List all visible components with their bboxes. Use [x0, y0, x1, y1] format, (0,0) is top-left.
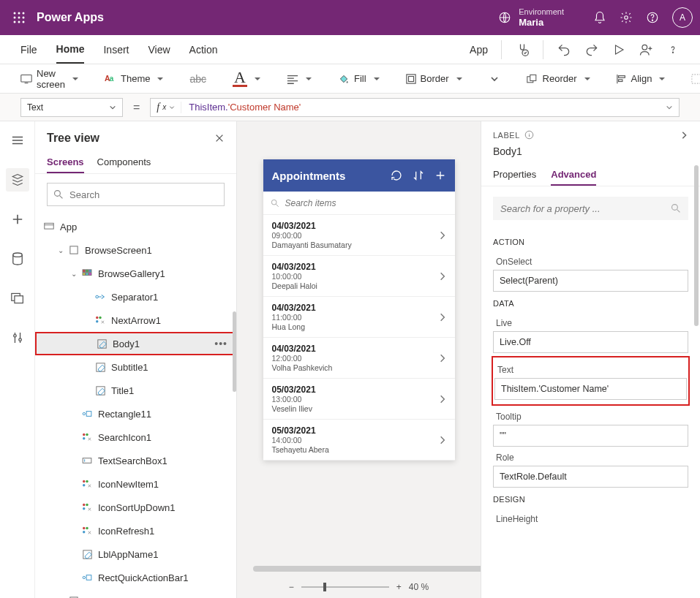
zoom-slider[interactable]: [301, 586, 389, 588]
environment-picker[interactable]: Environment Maria: [498, 7, 564, 29]
add-icon[interactable]: [434, 170, 446, 181]
menu-file[interactable]: File: [20, 37, 37, 63]
refresh-icon[interactable]: [391, 170, 402, 181]
rail-tree-view-icon[interactable]: [6, 168, 29, 192]
menu-home[interactable]: Home: [56, 36, 85, 64]
chevron-right-icon[interactable]: [439, 312, 446, 322]
chevron-right-icon[interactable]: [439, 353, 446, 363]
tree-item[interactable]: TextSearchBox1: [35, 449, 236, 472]
appointment-item[interactable]: 04/03/202111:00:00Hua Long: [263, 297, 455, 338]
help2-icon[interactable]: [666, 43, 680, 56]
property-search[interactable]: [493, 197, 688, 220]
gear-icon[interactable]: [620, 11, 633, 24]
fx-icon[interactable]: fx: [151, 102, 181, 113]
zoom-in-button[interactable]: +: [396, 582, 402, 592]
notifications-icon[interactable]: [593, 11, 606, 24]
tab-screens[interactable]: Screens: [47, 152, 84, 173]
strikethrough-button[interactable]: abc: [189, 73, 206, 85]
rail-media-icon[interactable]: [6, 287, 29, 310]
tab-properties[interactable]: Properties: [493, 164, 536, 186]
svg-point-56: [83, 504, 85, 506]
undo-icon[interactable]: [557, 42, 571, 57]
chevron-right-icon[interactable]: [439, 271, 446, 281]
menu-view[interactable]: View: [148, 37, 170, 63]
tree-item[interactable]: Separator1: [35, 285, 236, 309]
sort-icon[interactable]: [413, 170, 424, 181]
border-button[interactable]: Border: [406, 73, 462, 84]
tree-item-icon: [95, 339, 108, 349]
tree-item[interactable]: IconNewItem1: [35, 472, 236, 496]
scrollbar-thumb[interactable]: [233, 311, 236, 392]
globe-icon: [498, 11, 511, 24]
menu-action[interactable]: Action: [189, 37, 218, 63]
tree-item[interactable]: Title1: [35, 379, 236, 402]
share-icon[interactable]: [639, 42, 653, 57]
canvas-horizontal-scrollbar[interactable]: [237, 563, 481, 576]
phone-search[interactable]: [263, 192, 455, 215]
menu-app[interactable]: App: [470, 37, 488, 63]
appointment-item[interactable]: 05/03/202114:00:00Tsehayetu Abera: [263, 420, 455, 461]
tree-item[interactable]: RectQuickActionBar1: [35, 566, 236, 589]
live-input[interactable]: Live.Off: [493, 331, 688, 353]
tab-components[interactable]: Components: [97, 152, 151, 173]
redo-icon[interactable]: [584, 42, 599, 57]
expand-toolbar-button[interactable]: [489, 73, 500, 85]
phone-preview[interactable]: Appointments 04/03/202109:00:00Damayanti…: [263, 159, 455, 461]
formula-expand-icon[interactable]: [660, 104, 679, 111]
rail-tools-icon[interactable]: [6, 326, 29, 349]
new-screen-button[interactable]: New screen: [20, 68, 78, 90]
play-icon[interactable]: [612, 43, 625, 56]
tooltip-input[interactable]: "": [493, 425, 688, 447]
chevron-right-icon[interactable]: [439, 230, 446, 241]
info-icon[interactable]: [524, 130, 534, 140]
tree-item[interactable]: ›DetailScreen1: [35, 589, 236, 598]
avatar[interactable]: A: [672, 7, 693, 28]
rail-hamburger-icon[interactable]: [6, 129, 29, 152]
formula-input[interactable]: fx ThisItem.'Customer Name': [150, 98, 680, 117]
text-align-button[interactable]: [287, 73, 312, 84]
phone-search-input[interactable]: [285, 198, 448, 208]
tree-item[interactable]: NextArrow1: [35, 309, 236, 332]
app-launcher-icon[interactable]: [7, 6, 31, 29]
tree-search-input[interactable]: [69, 189, 218, 200]
tree-item[interactable]: Rectangle11: [35, 402, 236, 425]
role-input[interactable]: TextRole.Default: [493, 466, 688, 488]
appointment-item[interactable]: 05/03/202113:00:00Veselin Iliev: [263, 379, 455, 420]
tab-advanced[interactable]: Advanced: [551, 164, 596, 186]
appointment-item[interactable]: 04/03/202112:00:00Volha Pashkevich: [263, 338, 455, 379]
panel-collapse-icon[interactable]: [680, 131, 688, 140]
align-button[interactable]: Align: [617, 73, 666, 84]
tree-item[interactable]: LblAppName1: [35, 542, 236, 566]
zoom-out-button[interactable]: −: [289, 582, 294, 592]
tree-item[interactable]: ⌄BrowseScreen1: [35, 238, 236, 262]
tree-item[interactable]: IconRefresh1: [35, 519, 236, 542]
property-search-input[interactable]: [500, 203, 665, 214]
text-input[interactable]: ThisItem.'Customer Name': [494, 378, 687, 400]
chevron-right-icon[interactable]: [439, 435, 446, 445]
theme-button[interactable]: Aa Theme: [105, 73, 163, 85]
appointment-item[interactable]: 04/03/202110:00:00Deepali Haloi: [263, 256, 455, 297]
help-icon[interactable]: [646, 11, 659, 24]
chevron-right-icon[interactable]: [439, 394, 446, 404]
appointment-item[interactable]: 04/03/202109:00:00Damayanti Basumatary: [263, 215, 455, 256]
menu-insert[interactable]: Insert: [103, 37, 129, 63]
close-icon[interactable]: [214, 133, 225, 143]
tree-item[interactable]: ⌄BrowseGallery1: [35, 262, 236, 285]
app-checker-icon[interactable]: [515, 42, 530, 57]
property-selector[interactable]: Text: [20, 98, 123, 117]
tree-root-app[interactable]: App: [35, 215, 236, 238]
svg-point-42: [99, 317, 101, 319]
tree-item[interactable]: SearchIcon1: [35, 425, 236, 449]
font-color-button[interactable]: A: [233, 70, 260, 87]
reorder-button[interactable]: Reorder: [527, 73, 590, 84]
tree-search[interactable]: [47, 183, 225, 206]
fill-button[interactable]: Fill: [338, 73, 380, 85]
more-icon[interactable]: •••: [214, 338, 227, 349]
tree-item[interactable]: IconSortUpDown1: [35, 496, 236, 519]
onselect-input[interactable]: Select(Parent): [493, 270, 688, 292]
scrollbar-thumb[interactable]: [694, 165, 699, 326]
tree-item[interactable]: Body1•••: [35, 332, 236, 355]
tree-item[interactable]: Subtitle1: [35, 355, 236, 379]
rail-insert-icon[interactable]: [6, 208, 29, 231]
rail-data-icon[interactable]: [6, 247, 29, 270]
